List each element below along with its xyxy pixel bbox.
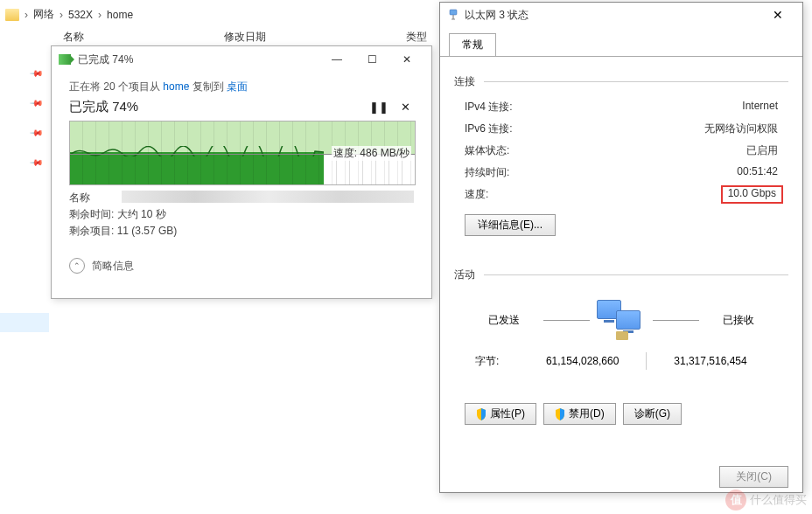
duration-label: 持续时间: bbox=[465, 165, 509, 180]
shield-icon bbox=[476, 408, 486, 420]
speed-label: 速度: 486 MB/秒 bbox=[332, 146, 411, 161]
col-modified[interactable]: 修改日期 bbox=[224, 30, 266, 45]
bc-sep: › bbox=[24, 9, 28, 21]
dest-link[interactable]: 桌面 bbox=[227, 80, 248, 93]
pin-icon: 📌 bbox=[30, 156, 42, 168]
folder-icon bbox=[5, 9, 19, 21]
breadcrumb-item[interactable]: 网络 bbox=[33, 7, 54, 22]
col-name[interactable]: 名称 bbox=[63, 30, 84, 45]
bytes-label: 字节: bbox=[475, 354, 519, 369]
filename-blurred bbox=[122, 191, 414, 203]
copy-titlebar[interactable]: 已完成 74% — ☐ ✕ bbox=[52, 46, 431, 73]
selected-item-bg bbox=[0, 313, 49, 332]
svg-rect-0 bbox=[450, 10, 457, 15]
recv-label: 已接收 bbox=[699, 313, 778, 328]
speed-label: 速度: bbox=[465, 187, 488, 202]
close-button[interactable]: ✕ bbox=[760, 3, 795, 26]
eth-titlebar[interactable]: 以太网 3 状态 ✕ bbox=[440, 3, 802, 27]
eth-title: 以太网 3 状态 bbox=[465, 8, 760, 23]
breadcrumb[interactable]: › 网络 › 532X › home bbox=[5, 7, 133, 22]
diagnose-button[interactable]: 诊断(G) bbox=[623, 403, 682, 425]
watermark: 值 什么值得买 bbox=[725, 490, 807, 511]
chevron-up-icon: ⌃ bbox=[69, 258, 85, 274]
network-activity-icon bbox=[597, 300, 646, 340]
ipv4-label: IPv4 连接: bbox=[465, 100, 513, 115]
media-label: 媒体状态: bbox=[465, 143, 509, 158]
tab-general[interactable]: 常规 bbox=[449, 33, 496, 57]
column-headers: 名称 修改日期 类型 bbox=[63, 30, 427, 45]
sent-label: 已发送 bbox=[465, 313, 543, 328]
ipv4-value: Internet bbox=[742, 100, 778, 115]
maximize-button[interactable]: ☐ bbox=[354, 47, 389, 72]
copy-title: 已完成 74% bbox=[78, 52, 319, 67]
source-link[interactable]: home bbox=[163, 80, 189, 93]
remaining-items: 剩余项目: 11 (3.57 GB) bbox=[69, 224, 414, 239]
close-button[interactable]: ✕ bbox=[389, 47, 424, 72]
bc-sep: › bbox=[98, 9, 102, 21]
brief-info-toggle[interactable]: ⌃ 简略信息 bbox=[69, 258, 414, 274]
bytes-recv: 31,317,516,454 bbox=[654, 355, 767, 367]
pin-strip: 📌 📌 📌 📌 bbox=[32, 68, 40, 166]
breadcrumb-item[interactable]: 532X bbox=[68, 9, 93, 21]
network-adapter-icon bbox=[447, 9, 459, 21]
pin-icon: 📌 bbox=[30, 126, 42, 138]
properties-button[interactable]: 属性(P) bbox=[465, 403, 536, 425]
name-label: 名称 bbox=[69, 191, 118, 205]
ipv6-label: IPv6 连接: bbox=[465, 122, 513, 136]
shield-icon bbox=[555, 408, 565, 420]
bc-sep: › bbox=[60, 9, 63, 21]
ethernet-status-dialog: 以太网 3 状态 ✕ 常规 连接 IPv4 连接:Internet IPv6 连… bbox=[439, 2, 803, 493]
media-value: 已启用 bbox=[746, 143, 778, 158]
bytes-sent: 61,154,028,660 bbox=[526, 355, 640, 367]
col-type[interactable]: 类型 bbox=[406, 30, 427, 45]
pause-button[interactable]: ❚❚ bbox=[370, 98, 388, 115]
duration-value: 00:51:42 bbox=[737, 165, 778, 180]
cancel-button[interactable]: ✕ bbox=[396, 98, 414, 115]
section-activity: 活动 bbox=[454, 267, 475, 282]
copy-dialog: 已完成 74% — ☐ ✕ 正在将 20 个项目从 home 复制到 桌面 已完… bbox=[51, 45, 432, 299]
watermark-badge: 值 bbox=[725, 490, 746, 511]
breadcrumb-item[interactable]: home bbox=[107, 9, 133, 21]
close-dialog-button[interactable]: 关闭(C) bbox=[719, 466, 788, 488]
minimize-button[interactable]: — bbox=[319, 47, 354, 72]
watermark-text: 什么值得买 bbox=[750, 492, 807, 508]
disable-button[interactable]: 禁用(D) bbox=[543, 403, 616, 425]
speed-value-highlighted: 10.0 Gbps bbox=[721, 185, 783, 204]
remaining-time: 剩余时间: 大约 10 秒 bbox=[69, 207, 414, 222]
progress-text: 已完成 74% bbox=[69, 99, 361, 115]
copy-info: 正在将 20 个项目从 home 复制到 桌面 bbox=[69, 80, 414, 94]
details-button[interactable]: 详细信息(E)... bbox=[465, 214, 556, 236]
pin-icon: 📌 bbox=[30, 96, 42, 108]
pin-icon: 📌 bbox=[30, 66, 42, 79]
speed-chart: 速度: 486 MB/秒 bbox=[69, 121, 416, 185]
ipv6-value: 无网络访问权限 bbox=[704, 122, 778, 136]
section-connection: 连接 bbox=[454, 74, 475, 89]
transfer-icon bbox=[59, 54, 71, 65]
